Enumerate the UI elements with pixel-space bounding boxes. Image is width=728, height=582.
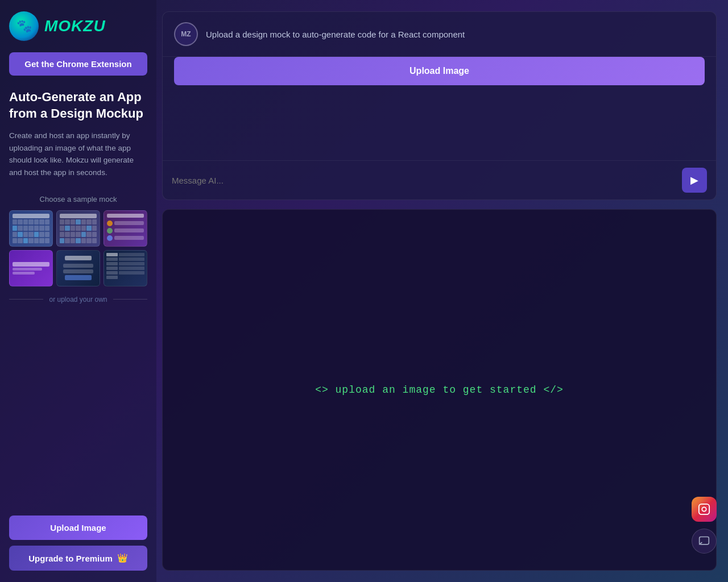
code-placeholder: <> upload an image to get started </> <box>315 384 564 396</box>
social-area <box>692 497 717 554</box>
sidebar-description: Create and host an app instantly by uplo… <box>9 130 147 178</box>
chrome-extension-button[interactable]: Get the Chrome Extension <box>9 52 147 76</box>
message-input[interactable] <box>172 176 676 185</box>
sample-thumb-4[interactable] <box>9 250 53 286</box>
sidebar: 🐾 MOKZU Get the Chrome Extension Auto-Ge… <box>0 0 156 582</box>
upload-image-button-main[interactable]: Upload Image <box>174 57 705 85</box>
svg-point-2 <box>707 506 708 507</box>
upload-image-button-sidebar[interactable]: Upload Image <box>9 516 147 540</box>
drop-area[interactable] <box>174 94 705 151</box>
svg-rect-0 <box>699 504 709 514</box>
sample-grid <box>9 210 147 286</box>
upgrade-premium-button[interactable]: Upgrade to Premium 👑 <box>9 546 147 571</box>
divider: or upload your own <box>9 296 147 304</box>
upload-panel: MZ Upload a design mock to auto-generate… <box>162 11 717 200</box>
code-panel: <> upload an image to get started </> <box>162 209 717 571</box>
upload-header-text: Upload a design mock to auto-generate co… <box>206 30 465 39</box>
logo-area: 🐾 MOKZU <box>9 11 147 41</box>
mz-avatar: MZ <box>174 22 198 46</box>
send-icon: ▶ <box>690 174 698 186</box>
sample-thumb-3[interactable] <box>104 210 147 247</box>
sidebar-heading: Auto-Generate an App from a Design Mocku… <box>9 89 147 122</box>
main-content: MZ Upload a design mock to auto-generate… <box>156 0 728 582</box>
sample-thumb-1[interactable] <box>9 210 53 247</box>
premium-icon: 👑 <box>117 553 128 563</box>
upload-header: MZ Upload a design mock to auto-generate… <box>163 12 716 57</box>
sample-thumb-2[interactable] <box>56 210 100 247</box>
premium-label: Upgrade to Premium <box>28 554 113 563</box>
instagram-button[interactable] <box>692 497 717 522</box>
sample-label: Choose a sample mock <box>9 195 147 203</box>
sample-thumb-5[interactable] <box>56 250 100 286</box>
app-name: MOKZU <box>44 17 106 35</box>
svg-point-1 <box>702 507 706 511</box>
sample-thumb-6[interactable] <box>104 250 147 286</box>
message-row: ▶ <box>163 160 716 199</box>
logo-icon: 🐾 <box>9 11 39 41</box>
chat-button[interactable] <box>692 529 717 554</box>
send-button[interactable]: ▶ <box>682 168 707 193</box>
